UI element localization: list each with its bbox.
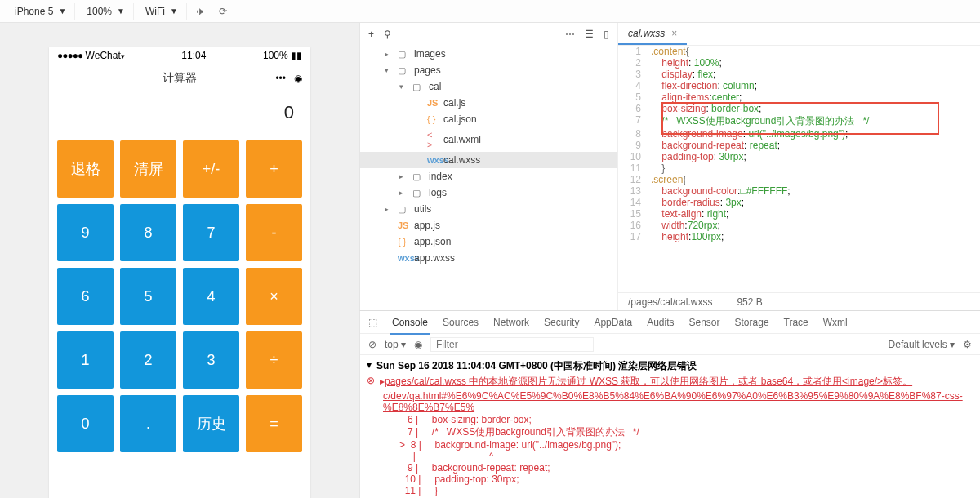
calc-key[interactable]: 7	[183, 204, 239, 261]
zoom-selector[interactable]: 100%▼	[78, 3, 134, 20]
status-time: 11:04	[181, 50, 206, 61]
file-tree-item[interactable]: wxsscal.wxss	[360, 152, 617, 168]
calc-key[interactable]: ×	[246, 268, 302, 325]
explorer-toolbar: + ⚲ ⋯ ☰ ▯	[360, 23, 617, 46]
file-tree-item[interactable]: ▾▢cal	[360, 78, 617, 95]
calc-display: 0	[49, 93, 310, 132]
chevron-down-icon: ▼	[117, 7, 125, 16]
file-tree-item[interactable]: ▸▢utils	[360, 201, 617, 217]
file-tree-item[interactable]: ▸▢images	[360, 46, 617, 62]
calc-key[interactable]: -	[246, 204, 302, 261]
top-toolbar: iPhone 5▼ 100%▼ WiFi▼ 🕩 ⟳	[0, 0, 980, 23]
devtools-tab[interactable]: Network	[492, 312, 531, 333]
panel-icon[interactable]: ▯	[604, 29, 609, 40]
nav-bar: 计算器 ••• ◉	[49, 64, 310, 93]
error-icon: ⊗	[367, 375, 375, 386]
devtools-tab[interactable]: Audits	[645, 312, 675, 333]
calc-key[interactable]: 1	[57, 331, 114, 389]
calc-key[interactable]: +/-	[183, 140, 239, 198]
settings-icon[interactable]: ⚙	[963, 339, 972, 350]
calc-key[interactable]: 4	[183, 268, 239, 325]
file-tree-item[interactable]: ▾▢pages	[360, 62, 617, 78]
simulator-panel: ●●●●● WeChat▾ 11:04 100% ▮▮ 计算器 ••• ◉ 0 …	[0, 23, 359, 498]
file-explorer: + ⚲ ⋯ ☰ ▯ ▸▢images▾▢pages▾▢calJScal.js{ …	[360, 23, 618, 310]
calc-key[interactable]: 清屏	[120, 140, 176, 198]
file-tree-item[interactable]: wxssapp.wxss	[360, 250, 617, 266]
calc-key[interactable]: 2	[120, 331, 176, 389]
calc-key[interactable]: =	[246, 395, 302, 452]
code-area[interactable]: 1.content{2 height: 100%;3 display: flex…	[618, 46, 980, 292]
close-icon[interactable]: ×	[671, 28, 677, 39]
calc-key[interactable]: 5	[120, 268, 176, 325]
chevron-down-icon: ▼	[58, 7, 66, 16]
menu-icon[interactable]: •••	[275, 73, 286, 84]
devtools-tabs: ⬚ ConsoleSourcesNetworkSecurityAppDataAu…	[360, 311, 980, 334]
network-selector[interactable]: WiFi▼	[137, 3, 187, 20]
file-tree-item[interactable]: ▸▢index	[360, 168, 617, 185]
devtools-tab[interactable]: Wxml	[822, 312, 849, 333]
console-filter-bar: ⊘ top ▾ ◉ Default levels ▾ ⚙	[360, 334, 980, 355]
calc-key[interactable]: 历史	[183, 395, 239, 452]
devtools-panel: ⬚ ConsoleSourcesNetworkSecurityAppDataAu…	[359, 310, 980, 498]
rotate-button[interactable]: ⟳	[213, 3, 233, 20]
code-editor: cal.wxss × 1.content{2 height: 100%;3 di…	[618, 23, 980, 310]
target-icon[interactable]: ◉	[294, 73, 302, 84]
calc-key[interactable]: 8	[120, 204, 176, 261]
calc-key[interactable]: 退格	[57, 140, 114, 198]
editor-tabs: cal.wxss ×	[618, 23, 980, 46]
inspect-icon[interactable]: ⬚	[368, 317, 377, 328]
scope-selector[interactable]: top ▾	[385, 339, 406, 350]
file-tree-item[interactable]: JSapp.js	[360, 217, 617, 233]
status-bar: ●●●●● WeChat▾ 11:04 100% ▮▮	[49, 47, 310, 64]
calc-key[interactable]: 9	[57, 204, 114, 261]
calc-keypad: 退格清屏+/-+987-654×123÷0.历史=	[49, 132, 310, 460]
editor-statusbar: /pages/cal/cal.wxss 952 B	[618, 292, 980, 310]
devtools-tab[interactable]: Security	[542, 312, 581, 333]
devtools-tab[interactable]: Sources	[441, 312, 480, 333]
console-output[interactable]: ▾Sun Sep 16 2018 11:04:04 GMT+0800 (中国标准…	[360, 355, 980, 498]
page-title: 计算器	[163, 71, 197, 86]
phone-frame: ●●●●● WeChat▾ 11:04 100% ▮▮ 计算器 ••• ◉ 0 …	[49, 47, 310, 498]
calc-key[interactable]: 6	[57, 268, 114, 325]
devtools-tab[interactable]: AppData	[592, 312, 634, 333]
devtools-tab[interactable]: Sensor	[688, 312, 722, 333]
chevron-down-icon: ▼	[170, 7, 178, 16]
device-selector[interactable]: iPhone 5▼	[7, 3, 75, 20]
tab-cal-wxss[interactable]: cal.wxss ×	[618, 24, 687, 45]
file-tree-item[interactable]: { }app.json	[360, 233, 617, 250]
mute-button[interactable]: 🕩	[190, 3, 210, 20]
file-tree-item[interactable]: { }cal.json	[360, 111, 617, 127]
calc-key[interactable]: .	[120, 395, 176, 452]
devtools-tab[interactable]: Console	[390, 312, 430, 335]
filter-input[interactable]	[430, 337, 594, 352]
file-tree-item[interactable]: JScal.js	[360, 95, 617, 111]
file-tree-item[interactable]: ▸▢logs	[360, 185, 617, 201]
eye-icon[interactable]: ◉	[414, 339, 422, 350]
more-icon[interactable]: ⋯	[565, 29, 575, 40]
collapse-arrow-icon[interactable]: ▾	[367, 359, 372, 371]
levels-selector[interactable]: Default levels ▾	[889, 339, 955, 350]
devtools-tab[interactable]: Storage	[733, 312, 771, 333]
calc-key[interactable]: ÷	[246, 331, 302, 389]
calc-key[interactable]: 3	[183, 331, 239, 389]
file-tree-item[interactable]: < >cal.wxml	[360, 127, 617, 152]
clear-console-icon[interactable]: ⊘	[368, 339, 376, 350]
devtools-tab[interactable]: Trace	[782, 312, 810, 333]
battery-icon: ▮▮	[291, 50, 302, 61]
calc-key[interactable]: 0	[57, 395, 114, 452]
calc-key[interactable]: +	[246, 140, 302, 198]
add-file-icon[interactable]: +	[368, 29, 374, 40]
search-icon[interactable]: ⚲	[384, 29, 391, 40]
collapse-icon[interactable]: ☰	[585, 29, 594, 40]
